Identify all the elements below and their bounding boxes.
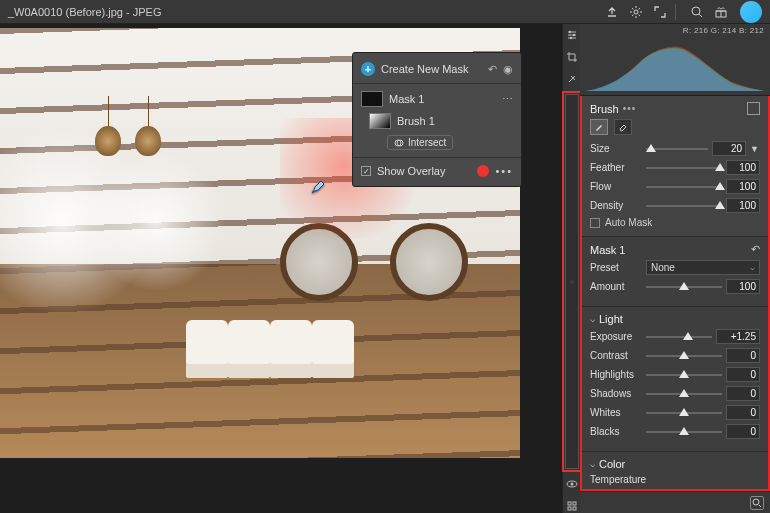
- right-tool-strip: [562, 24, 580, 513]
- size-slider[interactable]: [646, 143, 708, 155]
- auto-mask-checkbox[interactable]: [590, 218, 600, 228]
- right-panel: R: 216 G: 214 B: 212 Brush ••• Size20▼ F…: [580, 24, 770, 513]
- show-overlay-label: Show Overlay: [377, 165, 445, 177]
- brush-add-tool[interactable]: [590, 119, 608, 135]
- divider: [353, 83, 521, 84]
- size-value[interactable]: 20: [712, 141, 746, 156]
- divider: [675, 4, 676, 20]
- intersect-button[interactable]: Intersect: [387, 135, 453, 150]
- svg-point-6: [572, 34, 574, 36]
- svg-rect-12: [573, 502, 576, 505]
- flow-value[interactable]: 100: [726, 179, 760, 194]
- heal-icon[interactable]: [565, 72, 579, 86]
- decor: [312, 320, 354, 378]
- user-avatar[interactable]: [740, 1, 762, 23]
- crop-icon[interactable]: [565, 50, 579, 64]
- flow-slider[interactable]: [646, 181, 722, 193]
- feather-label: Feather: [590, 162, 642, 173]
- color-title: Color: [599, 458, 625, 470]
- preset-select[interactable]: None⌵: [646, 260, 760, 275]
- decor: [270, 320, 312, 378]
- feather-value[interactable]: 100: [726, 160, 760, 175]
- svg-point-15: [753, 499, 759, 505]
- whites-label: Whites: [590, 407, 642, 418]
- svg-rect-14: [573, 507, 576, 510]
- masking-icon[interactable]: [565, 94, 579, 469]
- brush-title: Brush: [590, 103, 619, 115]
- panel-search-icon[interactable]: [750, 496, 764, 510]
- show-overlay-checkbox[interactable]: ✓: [361, 166, 371, 176]
- eye-icon[interactable]: ◉: [503, 63, 513, 76]
- mask-item[interactable]: Mask 1 ⋯: [359, 88, 515, 110]
- histogram-chart: [586, 41, 764, 91]
- document-title: _W0A0010 (Before).jpg - JPEG: [8, 6, 597, 18]
- histogram-panel[interactable]: R: 216 G: 214 B: 212: [580, 24, 770, 96]
- feather-slider[interactable]: [646, 162, 722, 174]
- brush-reset-icon[interactable]: [747, 102, 760, 115]
- flow-label: Flow: [590, 181, 642, 192]
- canvas-area[interactable]: + Create New Mask ↶ ◉ Mask 1 ⋯ Brush 1 I…: [0, 24, 562, 513]
- brush-thumb: [369, 113, 391, 129]
- redeye-icon[interactable]: [565, 477, 579, 491]
- overlay-more-icon[interactable]: •••: [495, 165, 513, 177]
- adjust-icon[interactable]: [565, 28, 579, 42]
- blacks-label: Blacks: [590, 426, 642, 437]
- panel-footer: [580, 491, 770, 513]
- density-slider[interactable]: [646, 200, 722, 212]
- gift-icon[interactable]: [712, 3, 730, 21]
- gear-icon[interactable]: [627, 3, 645, 21]
- brush-item[interactable]: Brush 1: [359, 110, 515, 132]
- decor: [186, 320, 228, 378]
- blacks-slider[interactable]: [646, 426, 722, 438]
- exposure-slider[interactable]: [646, 331, 712, 343]
- contrast-slider[interactable]: [646, 350, 722, 362]
- color-section: ⌵Color Temperature: [582, 452, 768, 491]
- svg-point-8: [570, 280, 573, 283]
- presets-icon[interactable]: [565, 499, 579, 513]
- search-icon[interactable]: [688, 3, 706, 21]
- amount-label: Amount: [590, 281, 642, 292]
- more-icon[interactable]: ⋯: [502, 93, 513, 106]
- brush-menu-icon[interactable]: •••: [623, 103, 637, 114]
- histogram-readout: R: 216 G: 214 B: 212: [586, 26, 764, 35]
- size-disclosure-icon[interactable]: ▼: [750, 144, 760, 154]
- shadows-slider[interactable]: [646, 388, 722, 400]
- export-icon[interactable]: [603, 3, 621, 21]
- add-mask-button[interactable]: +: [361, 62, 375, 76]
- whites-slider[interactable]: [646, 407, 722, 419]
- undo-icon[interactable]: ↶: [751, 243, 760, 256]
- exposure-label: Exposure: [590, 331, 642, 342]
- blacks-value[interactable]: 0: [726, 424, 760, 439]
- undo-icon[interactable]: ↶: [488, 63, 497, 76]
- brush-cursor-icon: [310, 178, 328, 196]
- light-header[interactable]: ⌵Light: [590, 313, 760, 325]
- exposure-value[interactable]: +1.25: [716, 329, 760, 344]
- mask-adjust-section: Mask 1 ↶ Preset None⌵ Amount100: [582, 237, 768, 307]
- svg-point-0: [634, 10, 638, 14]
- light-title: Light: [599, 313, 623, 325]
- size-label: Size: [590, 143, 642, 154]
- brush-erase-tool[interactable]: [614, 119, 632, 135]
- create-mask-label[interactable]: Create New Mask: [381, 63, 468, 75]
- highlights-slider[interactable]: [646, 369, 722, 381]
- amount-value[interactable]: 100: [726, 279, 760, 294]
- adjustments-scroll[interactable]: Brush ••• Size20▼ Feather100 Flow100 Den…: [580, 96, 770, 491]
- svg-rect-11: [568, 502, 571, 505]
- svg-point-1: [692, 7, 700, 15]
- density-value[interactable]: 100: [726, 198, 760, 213]
- contrast-label: Contrast: [590, 350, 642, 361]
- overlay-color-swatch[interactable]: [477, 165, 489, 177]
- color-header[interactable]: ⌵Color: [590, 458, 760, 470]
- shadows-value[interactable]: 0: [726, 386, 760, 401]
- contrast-value[interactable]: 0: [726, 348, 760, 363]
- app-titlebar: _W0A0010 (Before).jpg - JPEG: [0, 0, 770, 24]
- intersect-label: Intersect: [408, 137, 446, 148]
- density-label: Density: [590, 200, 642, 211]
- whites-value[interactable]: 0: [726, 405, 760, 420]
- highlights-value[interactable]: 0: [726, 367, 760, 382]
- expand-icon[interactable]: [651, 3, 669, 21]
- brush-section: Brush ••• Size20▼ Feather100 Flow100 Den…: [582, 96, 768, 237]
- amount-slider[interactable]: [646, 281, 722, 293]
- masking-panel[interactable]: + Create New Mask ↶ ◉ Mask 1 ⋯ Brush 1 I…: [352, 52, 522, 187]
- preset-value: None: [651, 262, 675, 273]
